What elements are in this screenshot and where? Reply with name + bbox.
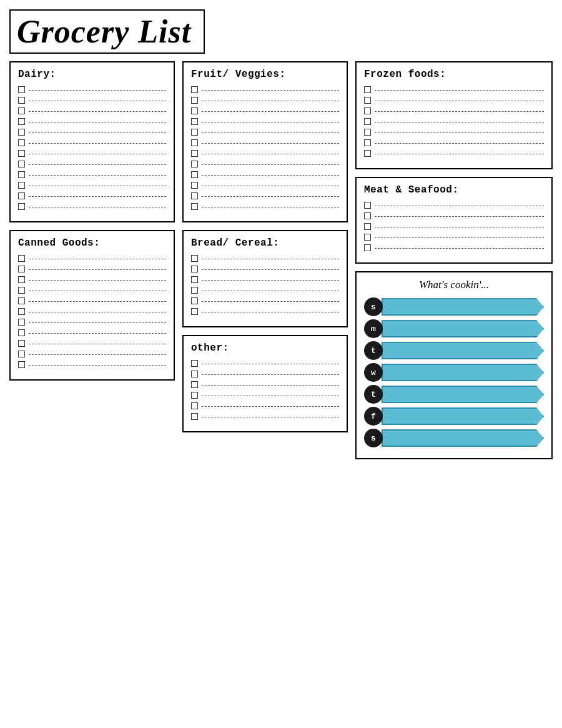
day-circle-s2[interactable]: s	[364, 429, 383, 447]
day-circle-m[interactable]: m	[364, 319, 383, 338]
checkbox[interactable]	[364, 129, 371, 136]
checkbox[interactable]	[18, 351, 25, 357]
day-circle-w[interactable]: w	[364, 363, 383, 382]
checkbox[interactable]	[191, 139, 198, 146]
checkbox[interactable]	[191, 392, 198, 399]
day-banner-s1[interactable]	[382, 298, 544, 316]
day-banner-t1[interactable]	[382, 342, 544, 359]
line	[29, 333, 166, 334]
checkbox[interactable]	[18, 161, 25, 167]
checkbox[interactable]	[191, 297, 198, 304]
checkbox[interactable]	[18, 361, 25, 368]
line	[375, 132, 544, 133]
day-circle-s1[interactable]: s	[364, 297, 383, 316]
list-item	[18, 266, 166, 272]
day-banner-m[interactable]	[382, 320, 544, 337]
day-circle-t2[interactable]: t	[364, 385, 383, 404]
checkbox[interactable]	[364, 202, 371, 209]
day-arrow: s	[364, 429, 544, 447]
checkbox[interactable]	[191, 308, 198, 315]
checkbox[interactable]	[191, 107, 198, 114]
checkbox[interactable]	[364, 139, 371, 146]
checkbox[interactable]	[191, 118, 198, 125]
checkbox[interactable]	[191, 171, 198, 178]
checkbox[interactable]	[364, 86, 371, 93]
line	[202, 301, 339, 302]
checkbox[interactable]	[18, 308, 25, 315]
day-circle-t1[interactable]: t	[364, 341, 383, 360]
checkbox[interactable]	[191, 150, 198, 157]
line	[202, 90, 339, 91]
list-item	[191, 392, 339, 399]
checkbox[interactable]	[18, 97, 25, 104]
checkbox[interactable]	[18, 266, 25, 272]
checkbox[interactable]	[191, 192, 198, 199]
bread-cereal-section: Bread/ Cereal:	[182, 230, 348, 327]
frozen-foods-list	[364, 86, 544, 157]
line	[29, 344, 166, 344]
line	[29, 365, 166, 366]
checkbox[interactable]	[191, 371, 198, 377]
checkbox[interactable]	[18, 171, 25, 178]
line	[29, 269, 166, 270]
checkbox[interactable]	[191, 276, 198, 283]
dairy-title: Dairy:	[18, 69, 166, 80]
checkbox[interactable]	[364, 234, 371, 241]
checkbox[interactable]	[18, 118, 25, 125]
checkbox[interactable]	[191, 413, 198, 420]
list-item	[364, 212, 544, 219]
checkbox[interactable]	[191, 287, 198, 294]
checkbox[interactable]	[364, 223, 371, 230]
day-banner-w[interactable]	[382, 364, 544, 381]
list-item	[364, 234, 544, 241]
checkbox[interactable]	[18, 276, 25, 283]
day-banner-t2[interactable]	[382, 386, 544, 403]
checkbox[interactable]	[191, 360, 198, 367]
checkbox[interactable]	[18, 139, 25, 146]
dairy-section: Dairy:	[9, 61, 175, 222]
checkbox[interactable]	[18, 192, 25, 199]
line	[29, 196, 166, 197]
checkbox[interactable]	[18, 86, 25, 93]
other-title: other:	[191, 342, 339, 354]
day-row-tuesday: t	[364, 341, 544, 360]
checkbox[interactable]	[191, 182, 198, 189]
checkbox[interactable]	[18, 107, 25, 114]
list-item	[364, 118, 544, 125]
checkbox[interactable]	[364, 150, 371, 157]
list-item	[18, 171, 166, 178]
checkbox[interactable]	[364, 212, 371, 219]
line	[202, 186, 339, 186]
checkbox[interactable]	[18, 329, 25, 336]
checkbox[interactable]	[191, 203, 198, 210]
checkbox[interactable]	[364, 118, 371, 125]
checkbox[interactable]	[364, 97, 371, 104]
checkbox[interactable]	[191, 129, 198, 136]
checkbox[interactable]	[18, 297, 25, 304]
checkbox[interactable]	[191, 161, 198, 167]
checkbox[interactable]	[191, 402, 198, 409]
day-banner-f[interactable]	[382, 407, 544, 425]
checkbox[interactable]	[364, 107, 371, 114]
list-item	[191, 255, 339, 262]
checkbox[interactable]	[191, 97, 198, 104]
list-item	[18, 86, 166, 93]
checkbox[interactable]	[18, 319, 25, 326]
checkbox[interactable]	[18, 129, 25, 136]
day-banner-s2[interactable]	[382, 429, 544, 447]
checkbox[interactable]	[191, 266, 198, 272]
canned-goods-section: Canned Goods:	[9, 230, 175, 381]
checkbox[interactable]	[191, 381, 198, 388]
checkbox[interactable]	[191, 86, 198, 93]
line	[202, 101, 339, 101]
checkbox[interactable]	[18, 203, 25, 210]
day-circle-f[interactable]: f	[364, 407, 383, 426]
checkbox[interactable]	[18, 182, 25, 189]
checkbox[interactable]	[18, 287, 25, 294]
checkbox[interactable]	[364, 244, 371, 251]
checkbox[interactable]	[191, 255, 198, 262]
checkbox[interactable]	[18, 340, 25, 347]
whats-cookin-section: What's cookin'... s m t	[355, 271, 553, 459]
checkbox[interactable]	[18, 255, 25, 262]
checkbox[interactable]	[18, 150, 25, 157]
